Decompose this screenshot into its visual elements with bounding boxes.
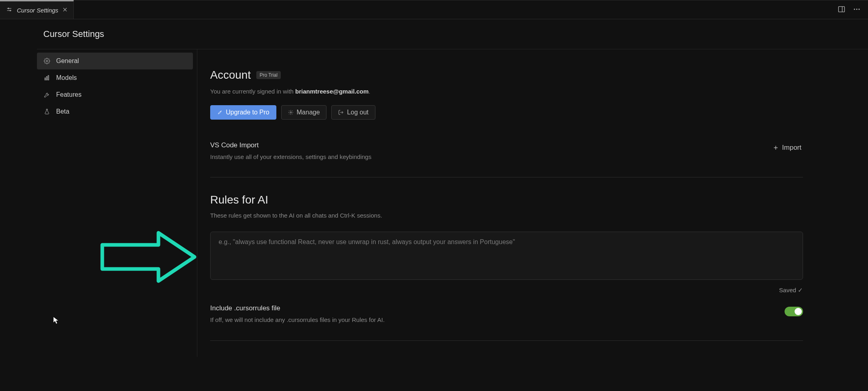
flask-icon <box>43 108 51 115</box>
vscode-import-desc: Instantly use all of your extensions, se… <box>210 153 761 161</box>
rules-textarea[interactable] <box>210 232 803 280</box>
sidebar-item-label: Beta <box>56 108 69 115</box>
logout-label: Log out <box>347 109 368 116</box>
rules-section: Rules for AI These rules get shown to th… <box>210 193 847 340</box>
section-divider <box>210 340 803 341</box>
close-icon[interactable] <box>62 7 68 14</box>
sidebar-item-beta[interactable]: Beta <box>37 103 193 120</box>
account-plan-badge: Pro Trial <box>256 71 281 79</box>
account-signed-in-text: You are currently signed in with brianmt… <box>210 87 803 96</box>
account-heading: Account <box>210 69 251 81</box>
cursorrules-title: Include .cursorrules file <box>210 304 775 312</box>
signed-in-suffix: . <box>369 88 370 95</box>
logout-icon <box>338 110 344 115</box>
tab-title: Cursor Settings <box>17 7 58 14</box>
gear-icon <box>288 110 294 115</box>
upgrade-label: Upgrade to Pro <box>226 109 270 116</box>
sidebar-item-models[interactable]: Models <box>37 69 193 86</box>
cursorrules-desc: If off, we will not include any .cursorr… <box>210 316 775 324</box>
tools-icon <box>43 91 51 98</box>
rules-heading: Rules for AI <box>210 193 803 206</box>
cursorrules-toggle[interactable] <box>785 307 803 316</box>
import-button[interactable]: Import <box>771 141 803 154</box>
logout-button[interactable]: Log out <box>331 105 375 120</box>
sidebar-item-label: General <box>56 57 79 65</box>
account-email: brianmtreese@gmail.com <box>295 88 369 95</box>
tab-bar: Cursor Settings <box>0 0 868 19</box>
split-editor-icon[interactable] <box>838 5 846 14</box>
rules-desc: These rules get shown to the AI on all c… <box>210 211 803 220</box>
toggle-knob <box>795 308 802 315</box>
svg-rect-6 <box>839 6 845 12</box>
sidebar-item-label: Models <box>56 74 77 81</box>
account-section: Account Pro Trial You are currently sign… <box>210 69 847 177</box>
more-icon[interactable] <box>853 5 861 14</box>
manage-button[interactable]: Manage <box>281 105 327 120</box>
rules-saved-status: Saved ✓ <box>210 287 803 294</box>
settings-main: Account Pro Trial You are currently sign… <box>197 49 847 357</box>
svg-point-10 <box>858 8 860 10</box>
svg-point-9 <box>856 8 858 10</box>
tab-cursor-settings[interactable]: Cursor Settings <box>0 0 74 19</box>
manage-label: Manage <box>297 109 320 116</box>
svg-point-15 <box>220 111 221 112</box>
page-title: Cursor Settings <box>0 29 868 49</box>
vscode-import-title: VS Code Import <box>210 141 761 149</box>
plus-icon <box>773 145 779 151</box>
bar-chart-icon <box>43 74 51 81</box>
signed-in-prefix: You are currently signed in with <box>210 88 295 95</box>
settings-sidebar: General Models Features Beta <box>37 49 197 357</box>
gear-icon <box>43 57 51 65</box>
svg-rect-14 <box>48 75 49 80</box>
section-divider <box>210 177 803 177</box>
svg-point-11 <box>46 60 48 62</box>
sidebar-item-label: Features <box>56 91 81 98</box>
sidebar-item-features[interactable]: Features <box>37 86 193 103</box>
sliders-icon <box>6 6 13 14</box>
import-label: Import <box>782 144 801 152</box>
rocket-icon <box>217 110 223 115</box>
svg-point-16 <box>290 112 292 113</box>
svg-rect-12 <box>45 78 46 80</box>
svg-rect-13 <box>47 77 47 80</box>
upgrade-button[interactable]: Upgrade to Pro <box>210 105 276 120</box>
svg-point-8 <box>854 8 855 10</box>
sidebar-item-general[interactable]: General <box>37 53 193 69</box>
